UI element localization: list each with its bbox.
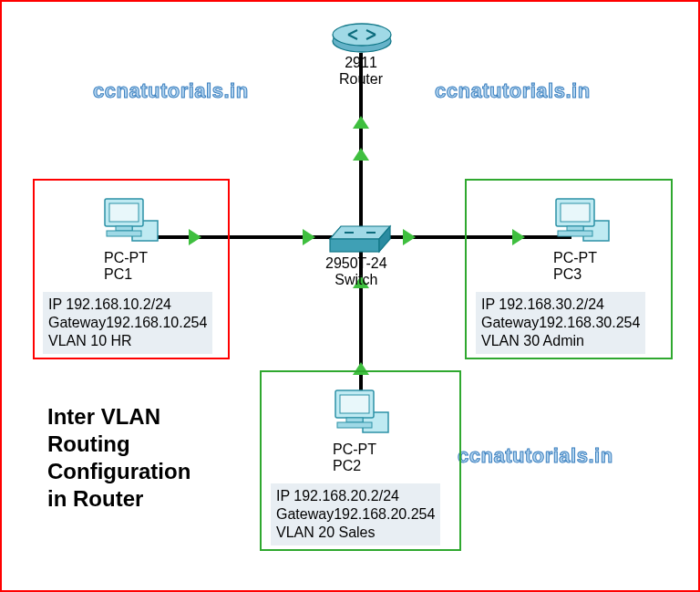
- router-label: 2911 Router: [339, 55, 383, 88]
- router-model: 2911: [345, 55, 377, 70]
- switch-icon: [328, 223, 392, 255]
- router-icon: [330, 9, 394, 55]
- watermark: ccnatutorials.in: [93, 79, 249, 103]
- pc2-zone: [260, 370, 461, 551]
- title-l3: Configuration: [47, 458, 190, 485]
- switch-model: 2950T-24: [325, 255, 387, 271]
- pc1-zone: [33, 179, 230, 359]
- switch-label: 2950T-24 Switch: [325, 255, 387, 289]
- watermark: ccnatutorials.in: [458, 444, 613, 468]
- arrow-icon: [353, 148, 369, 161]
- diagram-canvas: ccnatutorials.in ccnatutorials.in ccnatu…: [0, 0, 700, 592]
- diagram-title: Inter VLAN Routing Configuration in Rout…: [47, 403, 190, 513]
- svg-rect-3: [330, 239, 379, 252]
- arrow-icon: [403, 229, 416, 245]
- pc3-zone: [465, 179, 673, 359]
- title-l1: Inter VLAN: [47, 403, 190, 431]
- title-l2: Routing: [47, 431, 190, 458]
- title-l4: in Router: [47, 485, 190, 513]
- router-type: Router: [339, 71, 383, 87]
- switch-type: Switch: [335, 272, 377, 287]
- watermark: ccnatutorials.in: [435, 79, 591, 103]
- arrow-icon: [303, 229, 315, 245]
- arrow-icon: [353, 116, 369, 129]
- svg-point-1: [333, 24, 391, 46]
